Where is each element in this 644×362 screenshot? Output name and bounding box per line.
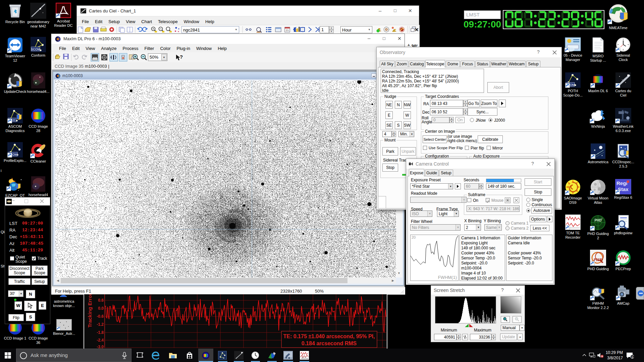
svg-text:Regi: Regi xyxy=(616,180,628,186)
svg-text:2: 2 xyxy=(601,217,603,220)
svg-text:PECPrep: PECPrep xyxy=(301,357,308,359)
svg-text:PHD: PHD xyxy=(594,219,601,222)
svg-text:-3.0: -3.0 xyxy=(97,345,104,349)
svg-text:21: 21 xyxy=(286,29,289,32)
svg-text:PHD: PHD xyxy=(593,257,603,262)
svg-text:-1.8: -1.8 xyxy=(97,330,104,335)
svg-text:0.184 arcsecond RMS: 0.184 arcsecond RMS xyxy=(302,341,357,346)
svg-text:TE: 0.175 ±1.040 arcsecond, 95: TE: 0.175 ±1.040 arcsecond, 95% PI, xyxy=(283,334,375,339)
svg-text:0.6: 0.6 xyxy=(98,298,104,303)
svg-text:SCOM: SCOM xyxy=(31,48,40,51)
svg-text:-2.4: -2.4 xyxy=(97,338,104,343)
svg-text:?: ? xyxy=(180,54,183,60)
svg-text:-1.2: -1.2 xyxy=(97,322,104,327)
svg-text:0.0: 0.0 xyxy=(98,306,104,311)
svg-text:1: 1 xyxy=(631,355,633,359)
svg-text:Tracking Error: Tracking Error xyxy=(87,294,93,327)
svg-text:-0.6: -0.6 xyxy=(97,314,104,319)
